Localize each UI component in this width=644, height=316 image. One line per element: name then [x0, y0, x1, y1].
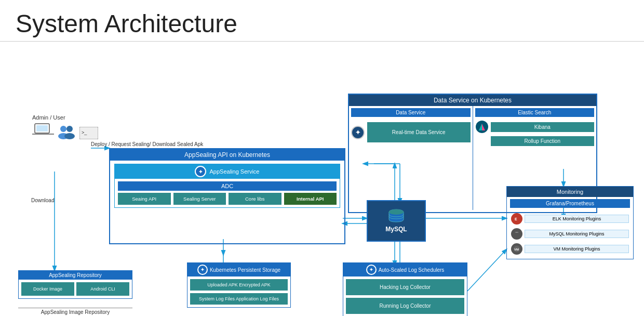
realtime-row: ✦ Real-time Data Service: [351, 122, 471, 142]
svg-line-15: [467, 249, 506, 291]
svg-point-21: [66, 126, 73, 132]
mysql-plugin-icon: [511, 228, 522, 240]
appsealing-repo-header: AppSealing Repository: [19, 271, 132, 280]
kibana-box: Kibana: [491, 122, 595, 132]
svg-text:VM: VM: [514, 248, 519, 251]
adc-box: ADC: [118, 181, 337, 191]
mysql-label: MySQL: [385, 226, 407, 233]
admin-user-label: Admin / User >_: [32, 114, 98, 141]
k8s-icon-service: ✦: [195, 166, 206, 177]
k8s-storage-header: Kubernetes Persistent Storage: [210, 267, 280, 273]
system-log-box: System Log Files Application Log Files: [190, 293, 288, 305]
elk-icon: E: [511, 213, 522, 225]
log-schedulers-box: ✦ Auto-Scaled Log Schedulers Hacking Log…: [343, 262, 467, 316]
uploaded-apk-box: Uploaded APK Encrypted APK: [190, 279, 288, 291]
data-service-k8s-header: Data Service on Kubernetes: [349, 95, 596, 106]
svg-point-27: [389, 209, 404, 215]
k8s-icon-storage: ✦: [197, 265, 208, 275]
monitoring-header: Monitoring: [507, 187, 633, 197]
k8s-storage-box: ✦ Kubernetes Persistent Storage Uploaded…: [187, 262, 291, 308]
service-boxes-row: Seaing API Sealing Server Core libs Inte…: [118, 193, 337, 205]
mysql-plugin-row: MySQL Monitoring Plugins: [511, 228, 629, 240]
repo-bottom-label: AppSealing Image Repository: [18, 308, 132, 315]
vm-plugin-row: VM VM Monitoring Plugins: [511, 243, 629, 255]
svg-point-30: [514, 231, 520, 237]
elk-plugin-row: E ELK Monitoring Plugins: [511, 213, 629, 225]
running-log-box: Running Log Collector: [346, 298, 464, 314]
k8s-icon-realtime: ✦: [351, 126, 365, 139]
appsealing-api-box: AppSealing API on Kubernetes ✦ AppSealin…: [109, 148, 345, 244]
elastic-search-sub-header: Elastic Search: [475, 108, 595, 117]
data-service-sub-header: Data Service: [351, 108, 471, 117]
appsealing-api-header: AppSealing API on Kubernetes: [110, 149, 344, 161]
deploy-label: Deploy / Request Sealing/ Download Seale…: [91, 141, 203, 147]
svg-text:E: E: [515, 217, 517, 221]
svg-rect-18: [36, 125, 48, 131]
sealing-api-box: Seaing API: [118, 193, 171, 205]
log-schedulers-header: Auto-Scaled Log Schedulers: [379, 267, 445, 273]
mysql-icon: [388, 209, 405, 223]
docker-image-box: Docker Image: [21, 282, 74, 296]
kibana-row: Kibana: [475, 120, 595, 134]
svg-text:>_: >_: [82, 130, 87, 135]
grafana-box: Grafana/Prometheus: [510, 199, 630, 208]
k8s-icon-log: ✦: [366, 265, 377, 275]
rollup-box: Rollup Function: [491, 136, 595, 146]
mysql-box: MySQL: [367, 200, 426, 242]
hacking-log-box: Hacking Log Collector: [346, 279, 464, 295]
vm-plugin-icon: VM: [511, 243, 522, 255]
mysql-plugin-label: MySQL Monitoring Plugins: [525, 230, 629, 238]
plugins-list: E ELK Monitoring Plugins MySQL Monitorin…: [507, 210, 633, 259]
page-title: System Architecture: [0, 0, 644, 42]
android-cli-box: Android CLI: [76, 282, 129, 296]
diagram-area: Admin / User >_ Deploy / Request Sealing…: [0, 47, 644, 316]
download-label: Download: [31, 198, 54, 203]
kibana-icon: [475, 120, 489, 134]
appsealing-repo-box: AppSealing Repository Docker Image Andro…: [18, 270, 132, 299]
monitoring-box: Monitoring Grafana/Prometheus E ELK Moni…: [506, 186, 634, 259]
repo-items-row: Docker Image Android CLI: [19, 280, 132, 298]
svg-point-19: [60, 126, 66, 132]
core-libs-box: Core libs: [229, 193, 281, 205]
data-service-col: Data Service ✦ Real-time Data Service: [349, 106, 473, 210]
svg-point-22: [64, 133, 75, 139]
elk-plugin-label: ELK Monitoring Plugins: [525, 215, 629, 223]
vm-plugin-label: VM Monitoring Plugins: [525, 245, 629, 253]
log-items: Hacking Log Collector Running Log Collec…: [343, 276, 467, 316]
appsealing-service-box: ✦ AppSealing Service ADC Seaing API Seal…: [114, 164, 340, 208]
realtime-data-box: Real-time Data Service: [367, 122, 471, 142]
internal-api-box: Internal API: [284, 193, 337, 205]
sealing-server-box: Sealing Server: [173, 193, 226, 205]
